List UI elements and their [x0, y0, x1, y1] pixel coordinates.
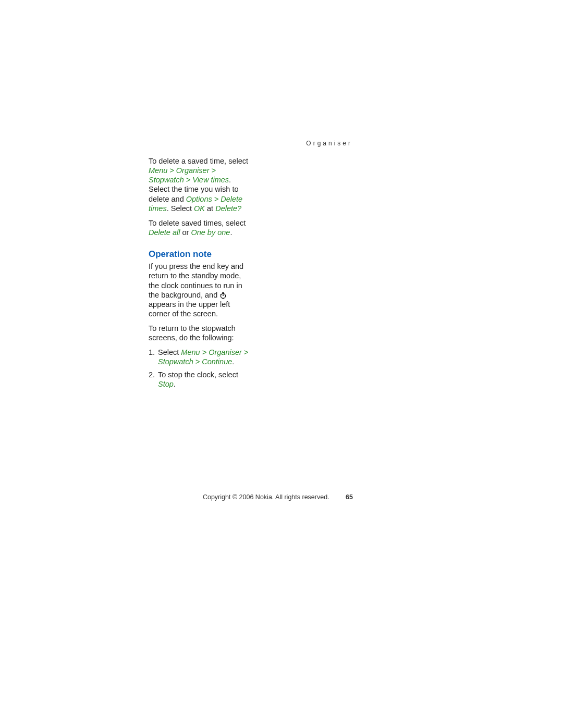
text: . Select — [167, 204, 194, 213]
list-item: 2. To stop the clock, select Stop. — [149, 370, 253, 389]
paragraph-delete-saved-times: To delete saved times, select Delete all… — [149, 218, 253, 237]
page-content: To delete a saved time, select Menu > Or… — [149, 156, 253, 392]
list-number: 1. — [149, 348, 155, 357]
option-delete-all: Delete all — [149, 228, 180, 237]
copyright-text: Copyright © 2006 Nokia. All rights reser… — [203, 493, 329, 501]
action-ok: OK — [194, 204, 205, 213]
page-header-section: Organiser — [306, 140, 352, 147]
text: . — [232, 357, 234, 366]
text: To stop the clock, select — [158, 371, 238, 379]
stopwatch-icon — [219, 292, 227, 299]
nav-path: Menu > Organiser > Stopwatch > View time… — [149, 166, 229, 184]
text: To delete a saved time, select — [149, 157, 248, 165]
list-item: 1. Select Menu > Organiser > Stopwatch >… — [149, 348, 253, 366]
heading-operation-note: Operation note — [149, 249, 253, 260]
action-stop: Stop — [158, 380, 174, 388]
paragraph-return-instructions: To return to the stopwatch screens, do t… — [149, 324, 253, 342]
text: . — [230, 228, 232, 237]
text: or — [180, 228, 191, 237]
text: Select — [158, 348, 181, 356]
page-number: 65 — [346, 493, 353, 501]
text: If you press the end key and return to t… — [149, 262, 243, 299]
paragraph-delete-saved-time: To delete a saved time, select Menu > Or… — [149, 156, 253, 213]
paragraph-operation-note: If you press the end key and return to t… — [149, 262, 253, 318]
prompt-delete: Delete? — [215, 204, 241, 213]
list-number: 2. — [149, 370, 155, 379]
page-footer: Copyright © 2006 Nokia. All rights reser… — [149, 493, 353, 501]
instruction-list: 1. Select Menu > Organiser > Stopwatch >… — [149, 348, 253, 389]
text: appears in the upper left corner of the … — [149, 300, 230, 318]
text: . — [174, 380, 176, 388]
option-one-by-one: One by one — [191, 228, 230, 237]
text: at — [205, 204, 215, 213]
text: To delete saved times, select — [149, 219, 246, 227]
